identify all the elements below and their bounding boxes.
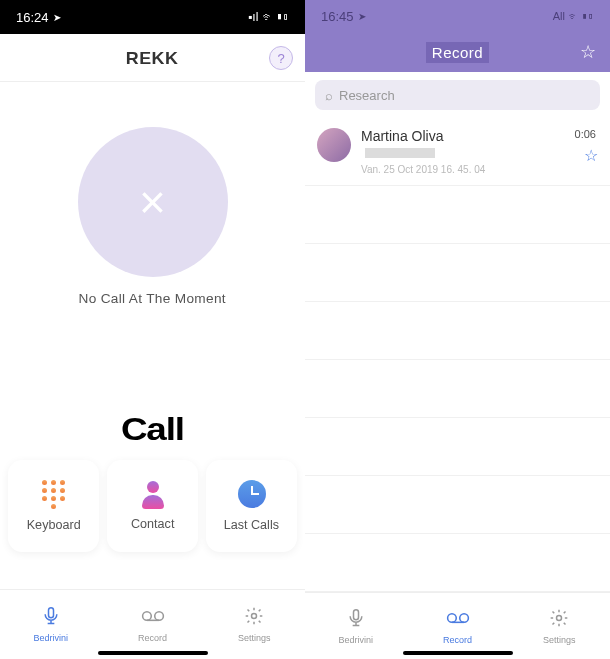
page-title: Record bbox=[426, 42, 489, 63]
tab-recordings[interactable]: Record bbox=[102, 590, 204, 659]
keypad-icon bbox=[40, 480, 68, 508]
help-button[interactable]: ? bbox=[269, 46, 293, 70]
tab-record-audio[interactable]: Bedrivini bbox=[305, 593, 407, 659]
card-label: Keyboard bbox=[27, 518, 81, 532]
status-indicators: All ᯤ ▮▯ bbox=[553, 10, 594, 22]
status-indicators: ▪ıl ᯤ ▮▯ bbox=[248, 10, 289, 24]
location-icon: ➤ bbox=[53, 12, 61, 23]
close-icon: × bbox=[139, 175, 166, 229]
home-indicator[interactable] bbox=[98, 651, 208, 655]
tab-bar: Bedrivini Record Settings bbox=[305, 592, 610, 659]
svg-rect-4 bbox=[353, 609, 358, 619]
recording-date: Van. 25 Oct 2019 16. 45. 04 bbox=[361, 164, 598, 175]
card-label: Contact bbox=[131, 517, 174, 531]
no-call-placeholder: × bbox=[78, 127, 228, 277]
svg-point-7 bbox=[557, 615, 562, 620]
keyboard-card[interactable]: Keyboard bbox=[8, 460, 99, 552]
tab-record-audio[interactable]: Bedrivini bbox=[0, 590, 102, 659]
mic-icon bbox=[41, 606, 61, 631]
tape-icon bbox=[445, 608, 471, 633]
clock-icon bbox=[238, 480, 266, 508]
contact-icon bbox=[140, 481, 166, 507]
svg-point-5 bbox=[447, 613, 456, 622]
clock-time: 16:45 bbox=[321, 9, 354, 24]
lastcalls-card[interactable]: Last Calls bbox=[206, 460, 297, 552]
search-icon: ⌕ bbox=[325, 88, 333, 103]
recording-duration: 0:06 bbox=[575, 128, 596, 140]
avatar bbox=[317, 128, 351, 162]
contact-card[interactable]: Contact bbox=[107, 460, 198, 552]
gear-icon bbox=[549, 608, 569, 633]
section-title: Call bbox=[121, 411, 184, 448]
page-header: Record ☆ bbox=[305, 32, 610, 72]
status-bar: 16:45 ➤ All ᯤ ▮▯ bbox=[305, 0, 610, 32]
recording-body: Martina Oliva Van. 25 Oct 2019 16. 45. 0… bbox=[361, 128, 598, 175]
mic-icon bbox=[346, 608, 366, 633]
clock-time: 16:24 bbox=[16, 10, 49, 25]
tab-settings[interactable]: Settings bbox=[203, 590, 305, 659]
filter-starred-button[interactable]: ☆ bbox=[580, 41, 596, 63]
action-cards: Keyboard Contact Last Calls bbox=[0, 448, 305, 564]
recording-row[interactable]: Martina Oliva Van. 25 Oct 2019 16. 45. 0… bbox=[305, 118, 610, 186]
no-call-text: No Call At The Moment bbox=[79, 291, 226, 306]
gear-icon bbox=[244, 606, 264, 631]
empty-rows bbox=[305, 186, 610, 592]
location-icon: ➤ bbox=[358, 11, 366, 22]
status-bar: 16:24 ➤ ▪ıl ᯤ ▮▯ bbox=[0, 0, 305, 34]
tab-recordings[interactable]: Record bbox=[407, 593, 509, 659]
status-time: 16:24 ➤ bbox=[16, 10, 61, 25]
card-label: Last Calls bbox=[224, 518, 279, 532]
tab-label: Settings bbox=[238, 633, 271, 643]
svg-point-6 bbox=[459, 613, 468, 622]
recording-name: Martina Oliva bbox=[361, 128, 598, 144]
status-time: 16:45 ➤ bbox=[321, 9, 366, 24]
svg-rect-0 bbox=[48, 608, 53, 618]
search-placeholder: Research bbox=[339, 88, 395, 103]
search-container: ⌕ Research bbox=[305, 72, 610, 118]
app-header: REKK ? bbox=[0, 36, 305, 82]
tab-label: Bedrivini bbox=[339, 635, 374, 645]
right-phone-screen: 16:45 ➤ All ᯤ ▮▯ Record ☆ ⌕ Research Mar… bbox=[305, 0, 610, 659]
home-indicator[interactable] bbox=[403, 651, 513, 655]
svg-point-3 bbox=[252, 614, 257, 619]
svg-point-1 bbox=[142, 612, 151, 621]
left-phone-screen: 16:24 ➤ ▪ıl ᯤ ▮▯ REKK ? × No Call At The… bbox=[0, 0, 305, 659]
app-title: REKK bbox=[126, 49, 179, 69]
tab-label: Record bbox=[138, 633, 167, 643]
search-input[interactable]: ⌕ Research bbox=[315, 80, 600, 110]
tape-icon bbox=[140, 606, 166, 631]
tab-bar: Bedrivini Record Settings bbox=[0, 589, 305, 659]
tab-label: Bedrivini bbox=[34, 633, 69, 643]
main-area: × No Call At The Moment Call Keyboard Co… bbox=[0, 82, 305, 589]
recordings-list: Martina Oliva Van. 25 Oct 2019 16. 45. 0… bbox=[305, 118, 610, 592]
tab-label: Settings bbox=[543, 635, 576, 645]
tab-settings[interactable]: Settings bbox=[508, 593, 610, 659]
redacted-block bbox=[365, 148, 435, 158]
svg-point-2 bbox=[154, 612, 163, 621]
star-toggle[interactable]: ☆ bbox=[584, 146, 598, 165]
contact-name: Martina Oliva bbox=[361, 128, 443, 144]
tab-label: Record bbox=[443, 635, 472, 645]
